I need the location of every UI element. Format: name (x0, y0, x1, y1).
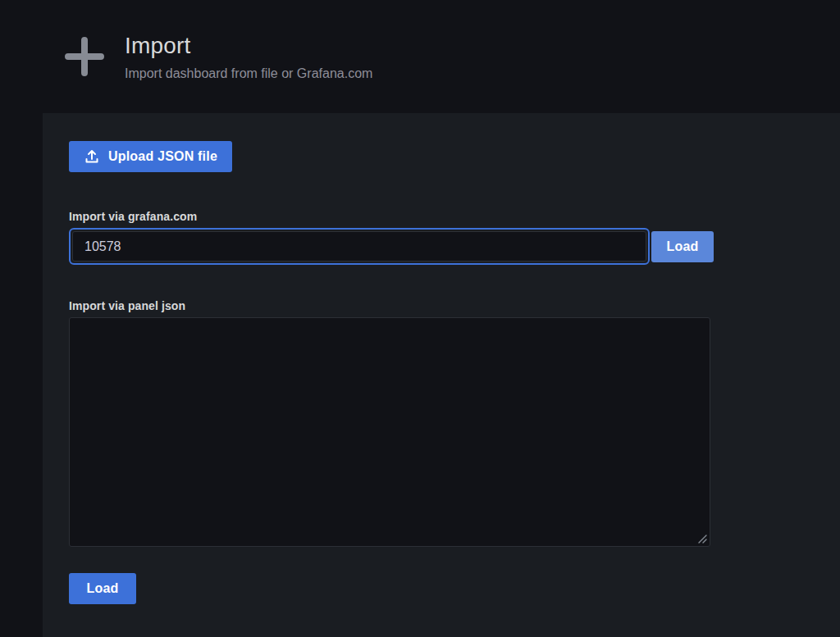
panel-json-group: Import via panel json (69, 299, 814, 547)
panel-json-textarea-wrap (69, 317, 710, 547)
page-header: Import Import dashboard from file or Gra… (0, 0, 840, 80)
import-content-panel: Upload JSON file Import via grafana.com … (43, 113, 840, 637)
upload-icon (84, 148, 100, 165)
upload-json-file-label: Upload JSON file (108, 149, 217, 164)
page-title: Import (125, 32, 372, 60)
gcom-row: Load (69, 228, 814, 265)
gcom-field-label: Import via grafana.com (69, 210, 814, 223)
panel-json-field-label: Import via panel json (69, 299, 814, 312)
panel-json-load-button[interactable]: Load (69, 573, 136, 604)
header-titles: Import Import dashboard from file or Gra… (125, 32, 372, 82)
plus-icon (64, 36, 105, 77)
upload-json-file-button[interactable]: Upload JSON file (69, 141, 232, 172)
gcom-load-button[interactable]: Load (651, 231, 714, 262)
gcom-input-focus-ring (69, 228, 650, 265)
panel-json-textarea[interactable] (69, 317, 710, 547)
page-subtitle: Import dashboard from file or Grafana.co… (125, 66, 372, 81)
gcom-dashboard-id-input[interactable] (72, 231, 646, 262)
